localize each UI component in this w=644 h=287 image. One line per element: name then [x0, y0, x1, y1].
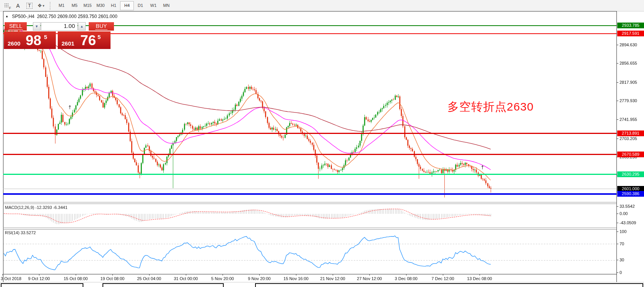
price-axis-tick-label: 2894.630 [620, 42, 637, 47]
price-level-badge: 2713.891 [617, 130, 644, 136]
rsi-axis-tick-label: 30 [620, 258, 624, 262]
rsi-axis-tick-label: 0 [620, 270, 622, 275]
price-axis-tick-label: 2741.955 [620, 117, 637, 122]
sell-quote-box[interactable]: 2600 98 5 [4, 31, 56, 49]
price-axis-tickmark [617, 139, 618, 139]
price-axis-tick-label: 2779.930 [620, 98, 637, 103]
buy-price-big: 76 [80, 33, 96, 49]
arrow-up-icon: ▲ [80, 24, 84, 28]
trading-app-window: F A T ❖ ▾ M1M5M15M30H1H4D1W1MN ▲ SP500-,… [0, 0, 644, 287]
macd-axis-tick-label: 0.00 [620, 211, 628, 216]
time-axis-tickmark [443, 274, 443, 276]
time-axis-label: 3 Dec 08:00 [395, 276, 417, 281]
price-axis-tick-label: 2856.655 [620, 61, 637, 65]
time-axis-tickmark [333, 274, 333, 276]
time-axis-label: 25 Oct 04:00 [137, 276, 161, 281]
price-level-line[interactable] [3, 154, 616, 155]
price-level-badge: 2590.386 [617, 191, 644, 197]
price-level-badge: 2630.295 [617, 171, 644, 177]
rsi-indicator-label: RSI(14) 33.5272 [5, 230, 36, 235]
time-axis-label: 9 Nov 20:00 [248, 276, 270, 281]
price-level-line[interactable] [3, 189, 616, 189]
cross-marker[interactable]: † [481, 164, 484, 170]
price-axis-tick-label: 2703.205 [620, 136, 637, 141]
price-axis-tick-label: 2817.905 [620, 80, 637, 85]
time-axis-tickmark [296, 274, 296, 276]
rsi-axis-tickmark [617, 260, 618, 260]
time-axis-tickmark [112, 274, 113, 276]
price-level-line[interactable] [3, 133, 616, 134]
macd-axis-tickmark [617, 223, 618, 223]
macd-indicator-label: MACD(12,26,9) -12.3293 -6.3441 [5, 205, 67, 210]
bottom-panel-tab-edge[interactable] [102, 283, 224, 287]
macd-axis-tick-label: -43.0509 [620, 220, 636, 225]
bottom-panel-tab-edge[interactable] [255, 283, 643, 287]
chart-border-right [616, 11, 617, 282]
bottom-panel-tab-edge[interactable] [1, 283, 83, 287]
time-axis-label: 31 Oct 00:00 [174, 276, 198, 281]
macd-axis-tickmark [617, 206, 618, 207]
collapse-arrow-icon[interactable]: ▲ [5, 15, 8, 18]
rsi-axis-tickmark [617, 232, 618, 232]
sell-button[interactable]: SELL [5, 22, 27, 31]
time-axis-tickmark [76, 274, 76, 276]
chart-title: ▲ SP500-,H4 2602.750 2609.000 2593.750 2… [5, 14, 117, 19]
sell-price-big: 98 [26, 33, 41, 49]
buy-price-small: 2601 [62, 40, 74, 47]
price-axis-tickmark [617, 63, 618, 64]
volume-increase-button[interactable]: ▲ [78, 22, 86, 31]
pane-splitter-macd-rsi-2[interactable] [3, 229, 616, 230]
price-axis-tickmark [617, 82, 618, 83]
symbol-period-label: SP500-,H4 [12, 14, 34, 19]
chart-text-annotation[interactable]: 多空转折点2630 [447, 99, 534, 115]
cross-marker[interactable]: † [68, 104, 71, 110]
time-axis-tickmark [186, 274, 186, 276]
chart-border-top [3, 11, 617, 11]
volume-input[interactable]: 1.00 [41, 22, 78, 31]
sell-price-sup: 5 [44, 34, 47, 40]
rsi-axis-tick-label: 70 [620, 241, 624, 246]
time-axis-label: 15 Oct 08:00 [64, 276, 88, 281]
price-axis-tickmark [617, 119, 618, 120]
time-axis-tickmark [259, 274, 260, 276]
pane-splitter-price-macd-2[interactable] [3, 204, 616, 204]
time-axis-tickmark [39, 274, 39, 276]
time-axis-tickmark [369, 274, 370, 276]
buy-price-sup: 5 [98, 34, 101, 40]
ohlc-values: 2602.750 2609.000 2593.750 2601.000 [37, 14, 117, 19]
buy-quote-box[interactable]: 2601 76 5 [58, 31, 111, 49]
price-level-badge: 2933.785 [617, 23, 644, 28]
macd-axis-tickmark [617, 214, 618, 214]
chart-border-bottom [3, 274, 617, 274]
price-axis-tickmark [617, 101, 618, 101]
volume-decrease-button[interactable]: ▼ [33, 22, 41, 31]
macd-axis-tick-label: 33.5542 [620, 204, 635, 209]
time-axis-label: 19 Oct 08:00 [101, 276, 125, 281]
time-axis-label: 13 Dec 08:00 [467, 276, 492, 281]
rsi-axis-tickmark [617, 244, 618, 244]
pane-splitter-macd-rsi[interactable] [3, 228, 616, 228]
chart-border-left [3, 11, 3, 282]
time-axis-label: 7 Dec 12:00 [431, 276, 454, 281]
time-axis-label: 3 Oct 2018 [1, 276, 21, 281]
time-axis-label: 9 Oct 12:00 [28, 276, 50, 281]
buy-button[interactable]: BUY [89, 22, 114, 31]
time-axis-tickmark [149, 274, 150, 276]
arrow-down-icon: ▼ [35, 24, 39, 28]
time-axis-label: 21 Nov 12:00 [320, 276, 345, 281]
time-axis-tickmark [480, 274, 480, 276]
sell-price-small: 2600 [8, 40, 20, 47]
time-axis-tickmark [2, 274, 3, 276]
time-axis-label: 27 Nov 12:00 [357, 276, 382, 281]
time-axis-tickmark [223, 274, 223, 276]
price-level-line[interactable] [3, 193, 616, 195]
price-axis-tickmark [617, 45, 618, 45]
time-axis-label: 5 Nov 20:00 [211, 276, 234, 281]
pane-splitter-price-macd[interactable] [3, 202, 616, 202]
time-axis-label: 15 Nov 16:00 [283, 276, 308, 281]
rsi-axis-tick-label: 100 [620, 229, 626, 234]
bottom-separator-line [0, 282, 644, 282]
time-axis-tickmark [406, 274, 407, 276]
price-level-badge: 2670.589 [617, 152, 644, 157]
price-level-line[interactable] [3, 174, 616, 175]
